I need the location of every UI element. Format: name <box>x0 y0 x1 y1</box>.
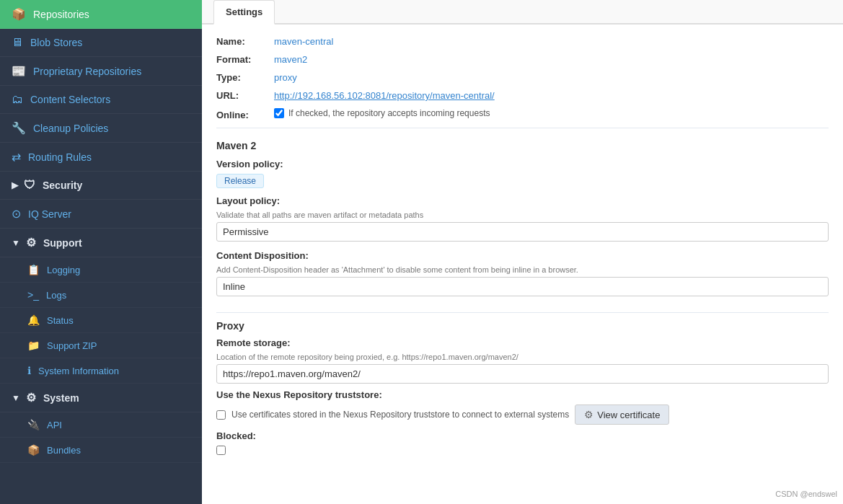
watermark: CSDN @endswel <box>775 490 837 498</box>
routing-rules-icon: ⇄ <box>12 150 21 164</box>
sidebar-item-bundles[interactable]: 📦 Bundles <box>0 438 202 463</box>
sidebar-item-routing-rules[interactable]: ⇄ Routing Rules <box>0 143 202 172</box>
maven2-section-title: Maven 2 <box>216 140 829 151</box>
sidebar-item-label: Content Selectors <box>30 94 110 105</box>
cleanup-policies-icon: 🔧 <box>12 121 26 135</box>
divider-1 <box>216 128 829 128</box>
content-disposition-select[interactable]: Inline <box>216 277 829 296</box>
layout-policy-select[interactable]: Permissive <box>216 222 829 242</box>
sidebar-group-system[interactable]: ▼ ⚙ System <box>0 384 202 412</box>
system-icon: ⚙ <box>26 391 36 404</box>
main-content: Settings Name: maven-central Format: mav… <box>202 0 843 504</box>
sidebar-item-proprietary-repos[interactable]: 📰 Proprietary Repositories <box>0 57 202 86</box>
sidebar-item-label: Proprietary Repositories <box>33 66 141 77</box>
sidebar-sub-label: Logs <box>46 290 66 301</box>
online-checkbox[interactable] <box>274 108 284 118</box>
iq-server-icon: ⊙ <box>12 207 21 221</box>
sidebar-sub-label: Logging <box>47 265 80 275</box>
remote-storage-hint: Location of the remote repository being … <box>216 353 829 361</box>
logging-icon: 📋 <box>27 264 40 275</box>
url-value[interactable]: http://192.168.56.102:8081/repository/ma… <box>274 90 495 101</box>
online-label: Online: <box>216 110 274 120</box>
truststore-checkbox[interactable] <box>216 410 226 420</box>
sidebar-item-content-selectors[interactable]: 🗂 Content Selectors <box>0 86 202 114</box>
sidebar-item-system-information[interactable]: ℹ System Information <box>0 358 202 384</box>
blocked-checkbox[interactable] <box>216 446 226 455</box>
support-arrow: ▼ <box>12 238 20 248</box>
blocked-label: Blocked: <box>216 430 829 441</box>
online-control: If checked, the repository accepts incom… <box>274 108 490 118</box>
api-icon: 🔌 <box>27 419 40 430</box>
sidebar-sub-label: API <box>47 420 62 430</box>
truststore-hint: Use certificates stored in the Nexus Rep… <box>231 410 569 420</box>
content-disposition-hint: Add Content-Disposition header as 'Attac… <box>216 265 829 274</box>
url-row: URL: http://192.168.56.102:8081/reposito… <box>216 90 829 101</box>
sidebar-item-label: Repositories <box>33 9 89 20</box>
version-policy-value: Release <box>216 174 264 188</box>
certificate-icon: ⚙ <box>584 409 593 420</box>
remote-storage-input[interactable] <box>216 364 829 384</box>
security-arrow: ▶ <box>12 180 18 190</box>
online-row: Online: If checked, the repository accep… <box>216 108 829 120</box>
name-value: maven-central <box>274 36 333 47</box>
divider-2 <box>216 312 829 313</box>
proprietary-repos-icon: 📰 <box>12 64 26 78</box>
view-cert-label: View certificate <box>597 410 660 420</box>
format-row: Format: maven2 <box>216 54 829 65</box>
layout-policy-label: Layout policy: <box>216 195 829 206</box>
sidebar-item-logging[interactable]: 📋 Logging <box>0 257 202 283</box>
security-icon: 🛡 <box>24 179 35 192</box>
sidebar: 📦 Repositories 🖥 Blob Stores 📰 Proprieta… <box>0 0 202 504</box>
sidebar-item-label: IQ Server <box>28 208 71 220</box>
sidebar-item-blob-stores[interactable]: 🖥 Blob Stores <box>0 29 202 57</box>
content-selectors-icon: 🗂 <box>12 93 23 106</box>
name-label: Name: <box>216 36 274 47</box>
sidebar-group-support[interactable]: ▼ ⚙ Support <box>0 229 202 257</box>
sidebar-item-cleanup-policies[interactable]: 🔧 Cleanup Policies <box>0 114 202 143</box>
form-content: Name: maven-central Format: maven2 Type:… <box>202 25 843 467</box>
sidebar-sub-label: Support ZIP <box>47 340 97 351</box>
sidebar-sub-label: System Information <box>38 366 119 376</box>
sidebar-group-security[interactable]: ▶ 🛡 Security <box>0 172 202 200</box>
sidebar-item-label: Cleanup Policies <box>33 123 108 134</box>
blocked-row <box>216 446 829 455</box>
proxy-section-title: Proxy <box>216 320 829 332</box>
content-disposition-label: Content Disposition: <box>216 250 829 261</box>
sidebar-group-label: Support <box>43 237 82 249</box>
remote-storage-label: Remote storage: <box>216 337 829 348</box>
status-icon: 🔔 <box>27 314 40 326</box>
name-row: Name: maven-central <box>216 36 829 47</box>
tab-settings[interactable]: Settings <box>213 0 275 25</box>
type-value: proxy <box>274 72 297 83</box>
sidebar-item-repositories[interactable]: 📦 Repositories <box>0 0 202 29</box>
sidebar-item-label: Blob Stores <box>30 37 82 48</box>
sidebar-item-api[interactable]: 🔌 API <box>0 412 202 438</box>
view-certificate-button[interactable]: ⚙ View certificate <box>575 404 669 425</box>
truststore-row: Use certificates stored in the Nexus Rep… <box>216 404 829 425</box>
sidebar-item-logs[interactable]: >_ Logs <box>0 283 202 308</box>
support-icon: ⚙ <box>26 236 36 249</box>
repositories-icon: 📦 <box>12 7 26 21</box>
bundles-icon: 📦 <box>27 444 40 456</box>
layout-policy-hint: Validate that all paths are maven artifa… <box>216 211 829 219</box>
truststore-label: Use the Nexus Repository truststore: <box>216 389 829 400</box>
type-row: Type: proxy <box>216 72 829 83</box>
sidebar-item-iq-server[interactable]: ⊙ IQ Server <box>0 200 202 229</box>
format-label: Format: <box>216 54 274 65</box>
system-arrow: ▼ <box>12 393 20 403</box>
type-label: Type: <box>216 72 274 83</box>
sidebar-sub-label: Bundles <box>47 445 81 456</box>
sidebar-item-label: Routing Rules <box>28 151 92 163</box>
sidebar-group-label: Security <box>43 180 82 191</box>
sidebar-sub-label: Status <box>47 315 74 326</box>
support-zip-icon: 📁 <box>27 340 40 351</box>
version-policy-label: Version policy: <box>216 159 829 169</box>
url-label: URL: <box>216 90 274 101</box>
sidebar-item-support-zip[interactable]: 📁 Support ZIP <box>0 333 202 358</box>
blob-stores-icon: 🖥 <box>12 36 23 49</box>
logs-icon: >_ <box>27 289 39 301</box>
system-information-icon: ℹ <box>27 365 31 376</box>
online-hint: If checked, the repository accepts incom… <box>288 108 490 118</box>
format-value: maven2 <box>274 54 307 65</box>
sidebar-item-status[interactable]: 🔔 Status <box>0 308 202 333</box>
